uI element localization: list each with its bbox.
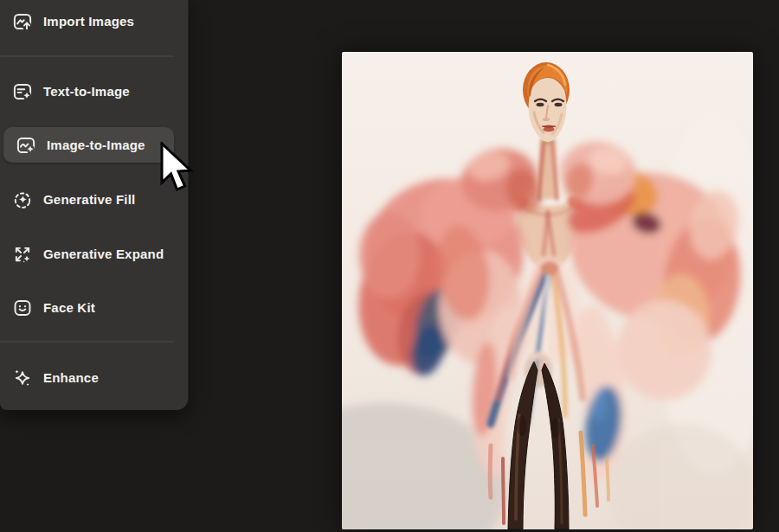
sidebar-item-generative-expand[interactable]: Generative Expand [0, 236, 188, 272]
tools-sidebar: Import Images Text-to-Image [0, 0, 189, 410]
generative-fill-icon [11, 189, 34, 211]
import-images-icon [11, 10, 34, 33]
sidebar-item-image-to-image[interactable]: Image-to-Image [3, 127, 174, 163]
sidebar-item-label: Generative Fill [43, 192, 135, 207]
sidebar-item-text-to-image[interactable]: Text-to-Image [0, 74, 188, 109]
sidebar-divider [0, 341, 174, 343]
app-window: Import Images Text-to-Image [0, 0, 779, 532]
sidebar-item-label: Import Images [43, 14, 134, 29]
sidebar-item-label: Generative Expand [43, 247, 164, 261]
generative-expand-icon [11, 243, 34, 266]
image-to-image-icon [15, 134, 37, 157]
sidebar-item-label: Face Kit [43, 300, 95, 315]
canvas-area [188, 0, 779, 532]
sidebar-item-label: Text-to-Image [43, 84, 130, 99]
fashion-illustration [342, 52, 753, 529]
sidebar-item-import-images[interactable]: Import Images [0, 3, 188, 39]
sidebar-item-enhance[interactable]: Enhance [0, 360, 188, 395]
sidebar-item-generative-fill[interactable]: Generative Fill [0, 182, 188, 217]
face-kit-icon [11, 297, 34, 319]
sidebar-item-label: Enhance [43, 370, 99, 385]
text-to-image-icon [11, 80, 34, 103]
sidebar-item-label: Image-to-Image [47, 138, 145, 152]
generated-image [342, 52, 753, 529]
enhance-icon [11, 367, 34, 389]
sidebar-divider [0, 55, 174, 57]
sidebar-item-face-kit[interactable]: Face Kit [0, 290, 188, 325]
